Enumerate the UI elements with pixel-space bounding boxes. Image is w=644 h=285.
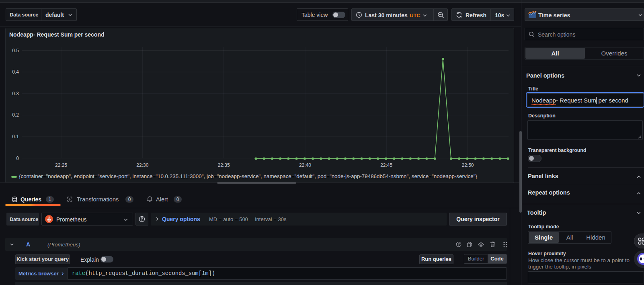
svg-text:0.2: 0.2 <box>12 112 19 118</box>
svg-text:0.5: 0.5 <box>12 48 19 53</box>
svg-text:22:25: 22:25 <box>55 162 67 168</box>
svg-text:22:30: 22:30 <box>136 162 148 168</box>
svg-text:0: 0 <box>16 156 19 161</box>
svg-text:22:35: 22:35 <box>218 162 230 168</box>
svg-text:0.4: 0.4 <box>12 69 19 75</box>
svg-text:22:45: 22:45 <box>380 162 392 168</box>
svg-text:22:40: 22:40 <box>299 162 311 168</box>
svg-text:0.3: 0.3 <box>12 91 19 96</box>
svg-text:22:50: 22:50 <box>461 162 474 168</box>
svg-text:0.1: 0.1 <box>12 134 19 139</box>
